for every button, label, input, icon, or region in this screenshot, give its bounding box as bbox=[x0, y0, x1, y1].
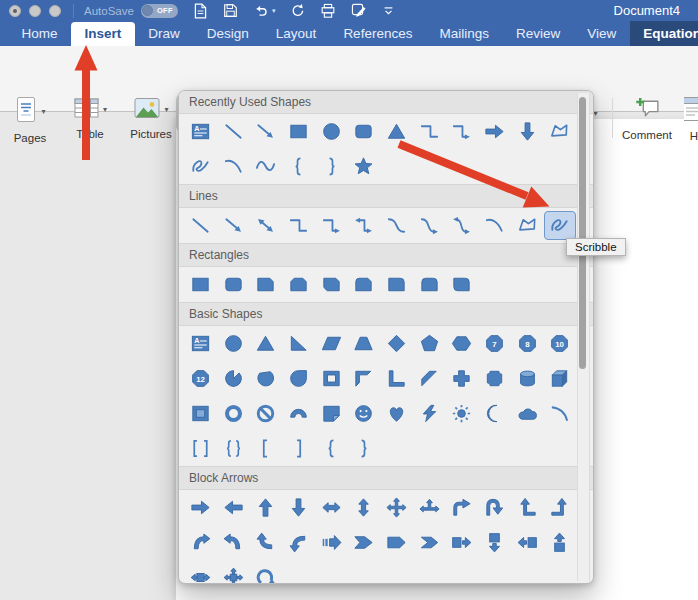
shape-quad-arrow-callout[interactable] bbox=[217, 563, 250, 584]
shape-diagonal-stripe[interactable] bbox=[413, 364, 446, 393]
tab-layout[interactable]: Layout bbox=[262, 22, 330, 46]
shape-curved-left-arrow[interactable] bbox=[217, 528, 250, 557]
shape-heptagon[interactable]: 7 bbox=[478, 329, 511, 358]
shape-freeform[interactable] bbox=[511, 211, 544, 240]
save-icon[interactable] bbox=[223, 3, 238, 18]
shape-left-arrow-callout[interactable] bbox=[511, 528, 544, 557]
shape-donut[interactable] bbox=[217, 399, 250, 428]
shape-right-arrow[interactable] bbox=[184, 493, 217, 522]
shape-line-arrow[interactable] bbox=[249, 117, 282, 146]
shape-double-brace[interactable] bbox=[217, 434, 250, 463]
tab-insert[interactable]: Insert bbox=[71, 22, 135, 46]
new-document-icon[interactable] bbox=[193, 3, 208, 19]
shape-left-right-up-arrow[interactable] bbox=[413, 493, 446, 522]
shape-round-same-side-corner-rectangle[interactable] bbox=[413, 270, 446, 299]
shape-elbow-connector[interactable] bbox=[413, 117, 446, 146]
shape-round-single-corner-rectangle[interactable] bbox=[380, 270, 413, 299]
shape-trapezoid[interactable] bbox=[347, 329, 380, 358]
shape-circular-arrow[interactable] bbox=[249, 563, 282, 584]
tab-mailings[interactable]: Mailings bbox=[426, 22, 503, 46]
shape-notched-right-arrow[interactable] bbox=[347, 528, 380, 557]
shape-curved-double-arrow-connector[interactable] bbox=[446, 211, 479, 240]
shape-parallelogram[interactable] bbox=[315, 329, 348, 358]
tab-equation[interactable]: Equation bbox=[630, 21, 698, 46]
shape-chevron-arrow[interactable] bbox=[413, 528, 446, 557]
shape-up-arrow-callout[interactable] bbox=[544, 528, 577, 557]
shape-block-arc[interactable] bbox=[282, 399, 315, 428]
shape-star[interactable] bbox=[347, 152, 380, 181]
shape-bent-up-arrow[interactable] bbox=[544, 493, 577, 522]
shape-isosceles-triangle[interactable] bbox=[380, 117, 413, 146]
shape-elbow-arrow-connector[interactable] bbox=[315, 211, 348, 240]
shape-snip-diagonal-corner-rectangle[interactable] bbox=[315, 270, 348, 299]
close-button[interactable] bbox=[9, 5, 21, 17]
shape-curved-arrow-connector[interactable] bbox=[413, 211, 446, 240]
redo-icon[interactable] bbox=[290, 3, 305, 18]
shape-oval[interactable] bbox=[315, 117, 348, 146]
gallery-scrollbar-thumb[interactable] bbox=[579, 97, 586, 369]
shape-line[interactable] bbox=[217, 117, 250, 146]
shape-right-arrow[interactable] bbox=[478, 117, 511, 146]
zoom-button[interactable] bbox=[49, 5, 61, 17]
shape-right-brace[interactable] bbox=[347, 434, 380, 463]
shape-line-arrow[interactable] bbox=[217, 211, 250, 240]
shape-double-bracket[interactable] bbox=[184, 434, 217, 463]
shape-frame[interactable] bbox=[315, 364, 348, 393]
shape-left-bracket[interactable] bbox=[249, 434, 282, 463]
shape-text-box[interactable]: A bbox=[184, 329, 217, 358]
shape-left-right-arrow[interactable] bbox=[315, 493, 348, 522]
print-icon[interactable] bbox=[320, 3, 336, 19]
shape-scribble-selected[interactable] bbox=[544, 211, 577, 240]
shape-elbow-double-arrow-connector[interactable] bbox=[347, 211, 380, 240]
tab-references[interactable]: References bbox=[330, 22, 426, 46]
shape-down-arrow[interactable] bbox=[282, 493, 315, 522]
shape-curved-connector[interactable] bbox=[380, 211, 413, 240]
gallery-scrollbar-track[interactable] bbox=[577, 93, 590, 581]
table-button[interactable]: ▾ Table bbox=[62, 96, 118, 140]
shape-left-arrow[interactable] bbox=[217, 493, 250, 522]
comment-button[interactable]: Comment bbox=[618, 96, 676, 141]
pages-caret-icon[interactable]: ▾ bbox=[41, 108, 45, 116]
shape-curve[interactable] bbox=[478, 211, 511, 240]
shape-right-brace[interactable] bbox=[315, 152, 348, 181]
shape-right-bracket[interactable] bbox=[282, 434, 315, 463]
shape-pentagon-arrow[interactable] bbox=[380, 528, 413, 557]
shape-diamond[interactable] bbox=[380, 329, 413, 358]
table-caret-icon[interactable]: ▾ bbox=[103, 106, 107, 114]
shape-right-arrow-callout[interactable] bbox=[446, 528, 479, 557]
shape-curved-up-arrow[interactable] bbox=[249, 528, 282, 557]
shape-cross[interactable] bbox=[446, 364, 479, 393]
shape-dodecagon[interactable]: 12 bbox=[184, 364, 217, 393]
shape-arc[interactable] bbox=[544, 399, 577, 428]
shape-cloud[interactable] bbox=[511, 399, 544, 428]
shape-curved-right-arrow[interactable] bbox=[184, 528, 217, 557]
shape-lightning-bolt[interactable] bbox=[413, 399, 446, 428]
pages-button[interactable]: ▾ Pages bbox=[2, 96, 58, 144]
shape-quad-arrow[interactable] bbox=[380, 493, 413, 522]
shape-snip-same-side-corner-rectangle[interactable] bbox=[282, 270, 315, 299]
shape-right-triangle[interactable] bbox=[282, 329, 315, 358]
undo-caret-icon[interactable]: ▾ bbox=[272, 7, 276, 15]
shape-isosceles-triangle[interactable] bbox=[249, 329, 282, 358]
shape-teardrop[interactable] bbox=[282, 364, 315, 393]
shape-rounded-rectangle[interactable] bbox=[347, 117, 380, 146]
shape-left-right-arrow-callout[interactable] bbox=[184, 563, 217, 584]
shape-text-box[interactable]: A bbox=[184, 117, 217, 146]
shape-chord[interactable] bbox=[249, 364, 282, 393]
shape-line-double-arrow[interactable] bbox=[249, 211, 282, 240]
pictures-caret-icon[interactable]: ▾ bbox=[164, 106, 168, 114]
shape-rounded-rectangle[interactable] bbox=[217, 270, 250, 299]
tab-design[interactable]: Design bbox=[193, 22, 262, 46]
shape-smiley-face[interactable] bbox=[347, 399, 380, 428]
shape-u-turn-arrow[interactable] bbox=[478, 493, 511, 522]
tab-home[interactable]: Home bbox=[8, 22, 71, 46]
shape-no-symbol[interactable] bbox=[249, 399, 282, 428]
header-footer-button-partial[interactable]: H bbox=[684, 96, 698, 142]
minimize-button[interactable] bbox=[29, 5, 41, 17]
shape-left-brace[interactable] bbox=[315, 434, 348, 463]
shape-elbow-connector[interactable] bbox=[282, 211, 315, 240]
shape-squiggle[interactable] bbox=[249, 152, 282, 181]
shape-up-down-arrow[interactable] bbox=[347, 493, 380, 522]
shape-decagon[interactable]: 10 bbox=[544, 329, 577, 358]
shape-pie[interactable] bbox=[217, 364, 250, 393]
